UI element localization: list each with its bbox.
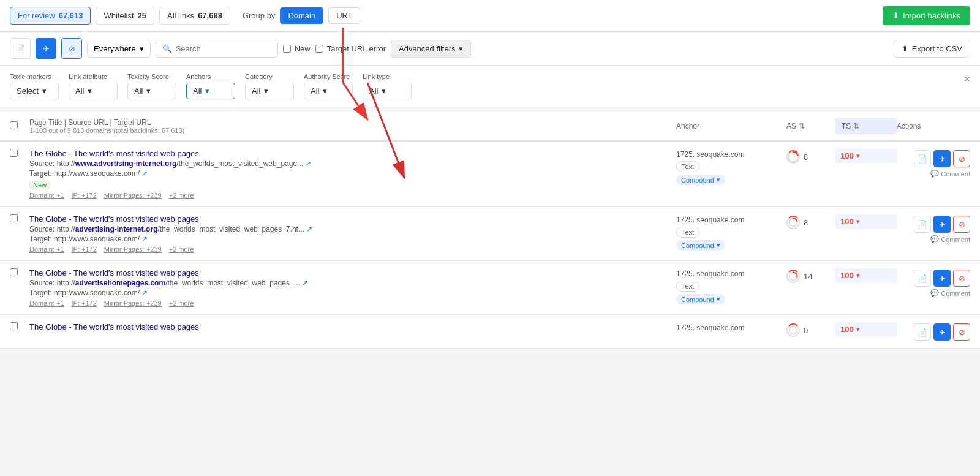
meta-more[interactable]: +2 more [169, 246, 194, 253]
tab-whitelist[interactable]: Whitelist 25 [96, 7, 154, 25]
telegram-icon-button[interactable]: ✈ [36, 38, 56, 59]
target-url-error-checkbox[interactable] [315, 45, 323, 53]
row-source: Source: http://www.advertising-internet.… [29, 159, 676, 168]
external-link-icon[interactable]: ↗ [302, 279, 308, 287]
advanced-filters-label: Advanced filters [399, 44, 456, 53]
action-page-button[interactable]: 📄 [914, 323, 931, 341]
anchor-domain: 1725. seoquake.com [676, 216, 786, 224]
anchor-text-badge: Text [676, 227, 699, 238]
page-icon-button[interactable]: 📄 [10, 38, 31, 59]
ts-chevron-icon[interactable]: ▾ [856, 217, 860, 225]
advanced-filters-chevron-icon: ▾ [459, 44, 463, 53]
close-advanced-panel-button[interactable]: × [963, 73, 970, 86]
as-circle-score [786, 323, 800, 337]
toxicity-select[interactable]: All ▾ [127, 83, 176, 99]
page-col-header: Page Title | Source URL | Target URL [29, 118, 676, 127]
anchors-chevron-icon: ▾ [205, 86, 209, 96]
ts-chevron-icon[interactable]: ▾ [856, 271, 860, 279]
block-icon-button[interactable]: ⊘ [61, 38, 82, 59]
search-input[interactable] [176, 44, 262, 53]
action-block-button[interactable]: ⊘ [953, 323, 970, 341]
anchor-compound-badge[interactable]: Compound ▾ [676, 294, 725, 304]
tab-for-review[interactable]: For review 67,613 [10, 7, 91, 25]
ts-col-header[interactable]: TS ⇅ [835, 118, 897, 134]
row-checkbox[interactable] [10, 268, 18, 276]
action-block-button[interactable]: ⊘ [953, 150, 970, 167]
comment-button[interactable]: 💬 Comment [930, 289, 970, 297]
as-cell: 8 [786, 214, 835, 229]
advanced-filters-button[interactable]: Advanced filters ▾ [391, 40, 472, 58]
ts-chevron-icon[interactable]: ▾ [856, 152, 860, 160]
row-checkbox[interactable] [10, 322, 18, 330]
meta-ip[interactable]: IP: +172 [72, 300, 97, 307]
external-link-icon[interactable]: ↗ [306, 225, 312, 233]
row-title: The Globe - The world's most visited web… [29, 149, 676, 158]
action-page-button[interactable]: 📄 [914, 270, 931, 287]
external-link-icon[interactable]: ↗ [305, 159, 311, 168]
top-bar: For review 67,613 Whitelist 25 All links… [0, 0, 980, 32]
action-telegram-button[interactable]: ✈ [933, 323, 951, 341]
action-block-button[interactable]: ⊘ [953, 216, 970, 233]
action-page-button[interactable]: 📄 [914, 150, 931, 167]
export-csv-button[interactable]: ⬆ Export to CSV [894, 40, 970, 58]
meta-domain[interactable]: Domain: +1 [29, 192, 64, 199]
toxicity-label: Toxicity Score [127, 73, 176, 80]
anchor-compound-badge[interactable]: Compound ▾ [676, 175, 725, 185]
row-checkbox[interactable] [10, 214, 18, 222]
as-col-header[interactable]: AS ⇅ [786, 122, 835, 130]
category-select[interactable]: All ▾ [245, 83, 294, 99]
as-score-ring [788, 270, 799, 283]
action-telegram-button[interactable]: ✈ [933, 216, 951, 233]
as-cell: 0 [786, 322, 835, 337]
tab-all-links[interactable]: All links 67,688 [159, 7, 230, 25]
anchor-text-badge: Text [676, 281, 699, 292]
toxicity-value: All [134, 86, 143, 96]
anchor-compound-badge[interactable]: Compound ▾ [676, 240, 725, 251]
meta-mirror[interactable]: Mirror Pages: +239 [104, 192, 162, 199]
anchor-domain: 1725. seoquake.com [676, 323, 786, 332]
authority-select[interactable]: All ▾ [304, 83, 353, 99]
meta-more[interactable]: +2 more [169, 300, 194, 307]
meta-domain[interactable]: Domain: +1 [29, 246, 64, 253]
ts-cell: 100 ▾ [835, 268, 897, 282]
group-by-url[interactable]: URL [328, 7, 360, 24]
target-external-link-icon[interactable]: ↗ [141, 169, 148, 178]
action-block-button[interactable]: ⊘ [953, 270, 970, 287]
action-telegram-button[interactable]: ✈ [933, 150, 951, 167]
target-external-link-icon[interactable]: ↗ [141, 235, 148, 243]
select-all-checkbox[interactable] [10, 121, 18, 129]
target-url-error-label[interactable]: Target URL error [315, 44, 386, 53]
meta-ip[interactable]: IP: +172 [72, 246, 97, 253]
export-label: Export to CSV [912, 44, 962, 53]
table-row: The Globe - The world's most visited web… [0, 142, 980, 207]
filter-anchors: Anchors All ▾ [186, 73, 235, 99]
link-attr-select[interactable]: All ▾ [69, 83, 118, 99]
ts-value: 100 [840, 325, 854, 334]
row-checkbox[interactable] [10, 149, 18, 157]
toxic-select[interactable]: Select ▾ [10, 83, 59, 99]
group-by-domain[interactable]: Domain [280, 7, 323, 24]
as-circle-score [786, 216, 800, 229]
scope-dropdown[interactable]: Everywhere ▾ [87, 40, 151, 58]
link-type-select[interactable]: All ▾ [363, 83, 412, 99]
anchors-select[interactable]: All ▾ [186, 83, 235, 99]
comment-button[interactable]: 💬 Comment [930, 235, 970, 243]
row-title: The Globe - The world's most visited web… [29, 268, 676, 278]
ts-chevron-icon[interactable]: ▾ [856, 325, 860, 333]
page-icon: 📄 [15, 44, 26, 53]
new-checkbox-label[interactable]: New [283, 44, 311, 53]
action-telegram-button[interactable]: ✈ [933, 270, 951, 287]
meta-more[interactable]: +2 more [169, 192, 194, 199]
new-checkbox[interactable] [283, 45, 291, 53]
comment-button[interactable]: 💬 Comment [930, 170, 970, 178]
import-backlinks-button[interactable]: ⬇ Import backlinks [883, 6, 970, 25]
target-external-link-icon[interactable]: ↗ [141, 289, 148, 297]
meta-domain[interactable]: Domain: +1 [29, 300, 64, 307]
meta-ip[interactable]: IP: +172 [72, 192, 97, 199]
tab-for-review-count: 67,613 [59, 11, 83, 20]
action-page-button[interactable]: 📄 [914, 216, 931, 233]
meta-mirror[interactable]: Mirror Pages: +239 [104, 246, 162, 253]
meta-mirror[interactable]: Mirror Pages: +239 [104, 300, 162, 307]
actions-cell: 📄 ✈ ⊘ 💬 Comment [897, 149, 970, 178]
tab-for-review-label: For review [18, 11, 55, 20]
